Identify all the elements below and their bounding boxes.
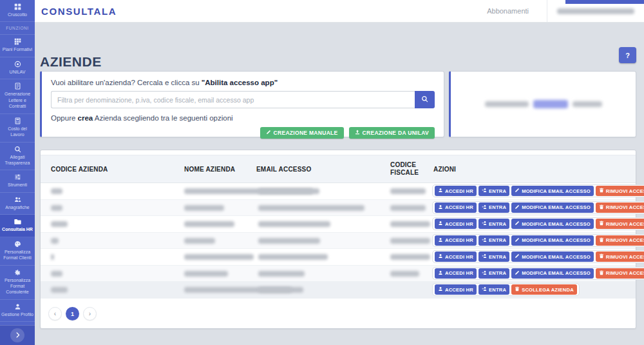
calculator-icon (1, 117, 33, 124)
app-logo[interactable]: CONSULTALA (41, 6, 117, 17)
table-row: ACCEDI HRENTRAMODIFICA EMAIL ACCESSORIMU… (41, 183, 636, 200)
entra-button[interactable]: ENTRA (478, 202, 509, 213)
sidebar-item-consultala-hr[interactable]: Consultala HR (0, 215, 35, 237)
info-redacted-line (485, 100, 602, 108)
company-search-input[interactable] (51, 91, 415, 108)
action-label: RIMUOVI ACCESSO APP (606, 254, 644, 260)
table-row: ACCEDI HRENTRASCOLLEGA AZIENDA (41, 282, 636, 299)
sidebar-item-generazione-lettere-e-contratti[interactable]: Generazione Lettere e Contratti (0, 79, 35, 113)
scollega-button[interactable]: SCOLLEGA AZIENDA (511, 284, 577, 295)
help-button[interactable]: ? (619, 47, 636, 63)
pencil-icon (515, 237, 520, 244)
info-card (449, 71, 636, 137)
action-label: MODIFICA EMAIL ACCESSO (522, 270, 591, 276)
table-header-row: CODICE AZIENDA NOME AZIENDA EMAIL ACCESS… (41, 155, 636, 183)
crea-bold-text: crea (78, 114, 93, 122)
entra-button[interactable]: ENTRA (478, 251, 509, 262)
action-label: SCOLLEGA AZIENDA (522, 287, 574, 293)
sign-in-icon (482, 253, 487, 260)
table-row: ACCEDI HRENTRAMODIFICA EMAIL ACCESSORIMU… (41, 216, 636, 233)
sidebar-item-cruscotto[interactable]: Cruscotto (0, 0, 35, 22)
sidebar-item-personalizza-format-consulente[interactable]: Personalizza Format Consulente (0, 266, 35, 300)
rimuovi-app-button[interactable]: RIMUOVI ACCESSO APP (596, 186, 644, 196)
pagination-next-button[interactable]: › (83, 307, 97, 320)
user-icon (438, 253, 443, 260)
action-label: ACCEDI HR (445, 287, 473, 293)
sidebar-item-strumenti[interactable]: Strumenti (0, 170, 35, 192)
modifica-email-button[interactable]: MODIFICA EMAIL ACCESSO (511, 235, 594, 246)
cell-codice-fiscale-redacted (390, 254, 430, 260)
sidebar-expand-button[interactable] (10, 328, 24, 342)
info-redacted-text (485, 101, 529, 107)
sidebar-item-personalizza-format-clienti[interactable]: Personalizza Format Clienti (0, 237, 35, 266)
modifica-email-button[interactable]: MODIFICA EMAIL ACCESSO (511, 202, 594, 213)
sidebar-item-costo-del-lavoro[interactable]: Costo del Lavoro (0, 114, 35, 143)
user-icon (438, 237, 443, 244)
modifica-email-button[interactable]: MODIFICA EMAIL ACCESSO (511, 186, 594, 196)
action-label: ENTRA (489, 254, 506, 260)
rimuovi-app-button[interactable]: RIMUOVI ACCESSO APP (596, 202, 644, 213)
sidebar-section-label: FUNZIONI (0, 22, 35, 35)
search-button[interactable] (415, 91, 435, 108)
sidebar-item-anagrafiche[interactable]: Anagrafiche (0, 193, 35, 215)
rimuovi-app-button[interactable]: RIMUOVI ACCESSO APP (596, 219, 644, 229)
pencil-icon (515, 188, 520, 194)
action-label: MODIFICA EMAIL ACCESSO (522, 254, 591, 260)
action-label: ACCEDI HR (445, 221, 473, 227)
modifica-email-button[interactable]: MODIFICA EMAIL ACCESSO (511, 268, 594, 279)
sidebar-items: CruscottoFUNZIONIPiani FormativiUNILAVGe… (0, 0, 35, 325)
action-label: RIMUOVI ACCESSO APP (606, 188, 644, 194)
sidebar-footer (0, 325, 35, 345)
trash-icon (599, 270, 604, 277)
entra-button[interactable]: ENTRA (478, 235, 509, 246)
accedi-hr-button[interactable]: ACCEDI HR (435, 268, 477, 279)
accedi-hr-button[interactable]: ACCEDI HR (435, 202, 477, 213)
abbonamenti-menu-item[interactable]: Abbonamenti (469, 7, 547, 15)
user-email-menu[interactable] (547, 8, 644, 14)
entra-button[interactable]: ENTRA (478, 284, 509, 295)
sidebar-item-piani-formativi[interactable]: Piani Formativi (0, 35, 35, 57)
user-icon (438, 221, 443, 227)
cell-nome-azienda-redacted (184, 221, 234, 227)
action-label: ENTRA (489, 188, 506, 194)
action-label: ACCEDI HR (445, 188, 473, 194)
action-label: RIMUOVI ACCESSO APP (606, 270, 644, 276)
accedi-hr-button[interactable]: ACCEDI HR (435, 219, 477, 229)
accedi-hr-button[interactable]: ACCEDI HR (435, 235, 477, 246)
creazione-manuale-button[interactable]: CREAZIONE MANUALE (260, 127, 344, 139)
pagination-page-1[interactable]: 1 (66, 307, 79, 320)
user-icon (438, 286, 443, 293)
enable-company-card: Vuoi abilitare un'azienda? Cercala e cli… (40, 71, 444, 137)
info-redacted-text (573, 101, 602, 107)
entra-button[interactable]: ENTRA (478, 219, 509, 229)
entra-button[interactable]: ENTRA (478, 186, 509, 196)
pagination-prev-button[interactable]: ‹ (48, 307, 62, 320)
accedi-hr-button[interactable]: ACCEDI HR (435, 251, 477, 262)
people-icon (1, 196, 33, 203)
table-row: ACCEDI HRENTRAMODIFICA EMAIL ACCESSORIMU… (41, 266, 636, 282)
sidebar-item-label: Costo del Lavoro (8, 126, 27, 137)
sidebar-item-label: Allegati Trasparenza (5, 155, 30, 165)
folder-icon (1, 218, 33, 225)
cell-codice-azienda-redacted (51, 271, 62, 277)
sidebar-item-label: UNILAV (10, 70, 26, 74)
sign-in-icon (482, 270, 487, 277)
pencil-icon (515, 253, 520, 260)
rimuovi-app-button[interactable]: RIMUOVI ACCESSO APP (596, 251, 644, 262)
cell-nome-azienda-redacted (184, 254, 254, 260)
table-row: ACCEDI HRENTRAMODIFICA EMAIL ACCESSORIMU… (41, 233, 636, 250)
modifica-email-button[interactable]: MODIFICA EMAIL ACCESSO (511, 219, 594, 229)
accedi-hr-button[interactable]: ACCEDI HR (435, 186, 477, 196)
rimuovi-app-button[interactable]: RIMUOVI ACCESSO APP (596, 235, 644, 246)
entra-button[interactable]: ENTRA (478, 268, 509, 279)
sign-in-icon (482, 286, 487, 293)
sidebar-item-label: Consultala HR (2, 227, 33, 232)
modifica-email-button[interactable]: MODIFICA EMAIL ACCESSO (511, 251, 594, 262)
action-label: MODIFICA EMAIL ACCESSO (522, 221, 591, 227)
sidebar-item-unilav[interactable]: UNILAV (0, 57, 35, 79)
accedi-hr-button[interactable]: ACCEDI HR (435, 284, 477, 295)
sidebar-item-gestione-profilo[interactable]: Gestione Profilo (0, 300, 35, 322)
rimuovi-app-button[interactable]: RIMUOVI ACCESSO APP (596, 268, 644, 279)
creazione-da-unilav-button[interactable]: CREAZIONE DA UNILAV (349, 127, 435, 139)
sidebar-item-allegati-trasparenza[interactable]: Allegati Trasparenza (0, 143, 35, 171)
